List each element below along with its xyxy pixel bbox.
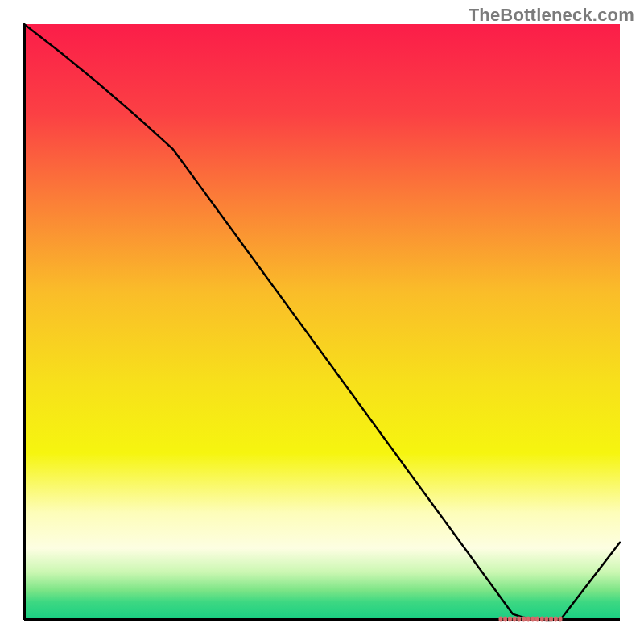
svg-rect-1 <box>504 617 507 621</box>
svg-rect-13 <box>559 617 562 621</box>
bottleneck-chart <box>0 0 644 644</box>
svg-rect-3 <box>513 617 516 621</box>
svg-rect-9 <box>540 617 543 621</box>
chart-container: TheBottleneck.com <box>0 0 644 644</box>
svg-rect-12 <box>554 617 557 621</box>
svg-rect-2 <box>508 617 511 621</box>
watermark-text: TheBottleneck.com <box>469 5 634 26</box>
svg-rect-11 <box>550 617 553 621</box>
svg-rect-5 <box>522 617 526 621</box>
svg-rect-7 <box>531 617 535 621</box>
svg-rect-10 <box>545 617 548 621</box>
svg-rect-8 <box>536 617 539 621</box>
svg-rect-4 <box>518 617 521 621</box>
svg-rect-6 <box>526 617 530 621</box>
svg-rect-0 <box>499 617 502 621</box>
plot-background <box>24 24 620 620</box>
